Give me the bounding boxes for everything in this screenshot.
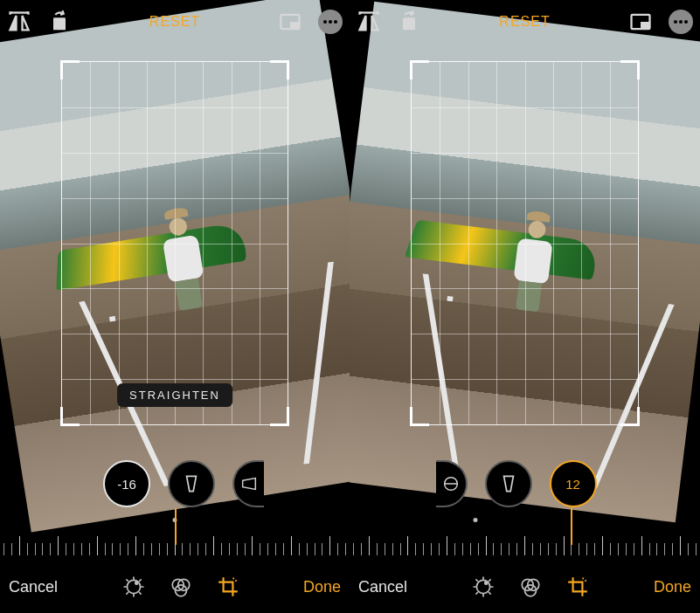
ruler-needle[interactable] (571, 508, 572, 545)
svg-point-3 (323, 20, 327, 24)
crop-handle-br[interactable] (620, 407, 640, 426)
svg-line-34 (476, 593, 478, 595)
crop-handle-tl[interactable] (60, 60, 80, 79)
straighten-dial[interactable] (436, 460, 468, 507)
more-icon[interactable] (669, 10, 693, 34)
adjust-tab-icon[interactable] (472, 575, 495, 598)
filters-tab-icon[interactable] (519, 575, 542, 598)
edit-mode-tabs (472, 575, 589, 598)
cancel-button[interactable]: Cancel (358, 578, 407, 596)
editor-screen-right: RESET 12 Cancel (350, 0, 700, 613)
angle-ruler[interactable]: /*ticks rendered below via template*/ (0, 522, 350, 555)
svg-point-24 (684, 20, 688, 24)
cancel-button[interactable]: Cancel (9, 578, 58, 596)
bottom-toolbar: Cancel Done (0, 561, 350, 613)
angle-ruler[interactable] (350, 522, 700, 555)
horizontal-perspective-dial[interactable] (232, 460, 264, 507)
filters-tab-icon[interactable] (170, 575, 192, 598)
svg-point-4 (329, 20, 332, 24)
ruler-needle[interactable] (175, 508, 177, 545)
svg-point-36 (485, 582, 488, 584)
horizontal-value: 12 (565, 477, 580, 492)
mode-label: STRAIGHTEN (117, 383, 232, 407)
svg-line-13 (126, 593, 128, 595)
svg-rect-19 (403, 17, 415, 30)
aspect-ratio-icon[interactable] (628, 10, 653, 34)
vertical-perspective-dial[interactable] (485, 460, 532, 507)
svg-line-14 (139, 580, 141, 582)
crop-handle-tr[interactable] (620, 60, 640, 79)
straighten-value: -16 (117, 477, 136, 492)
reset-button[interactable]: RESET (499, 14, 550, 29)
crop-handle-bl[interactable] (410, 407, 429, 426)
adjust-tab-icon[interactable] (122, 575, 145, 598)
adjustment-dials: -16 (0, 458, 350, 510)
svg-rect-21 (641, 22, 650, 29)
svg-point-23 (679, 20, 683, 24)
crop-frame[interactable]: STRAIGHTEN (61, 61, 288, 425)
crop-frame[interactable] (411, 61, 639, 425)
top-toolbar: RESET (350, 0, 700, 44)
rotate-icon[interactable] (47, 10, 72, 34)
top-toolbar: RESET (0, 0, 350, 44)
aspect-ratio-icon[interactable] (278, 10, 302, 34)
done-button[interactable]: Done (303, 578, 341, 596)
svg-line-33 (489, 593, 491, 595)
rotate-icon[interactable] (397, 10, 421, 34)
crop-handle-bl[interactable] (60, 407, 80, 426)
crop-tab-icon[interactable] (566, 575, 589, 598)
vertical-perspective-dial[interactable] (168, 460, 215, 507)
svg-line-32 (476, 580, 478, 582)
crop-handle-tr[interactable] (270, 60, 289, 79)
more-icon[interactable] (318, 10, 343, 34)
svg-point-5 (334, 20, 337, 24)
horizontal-perspective-dial[interactable]: 12 (550, 460, 597, 507)
svg-point-15 (135, 582, 137, 584)
adjustment-dials: 12 (350, 458, 700, 510)
editor-screen-left: STRAIGHTEN RESET -16 (0, 0, 350, 613)
svg-line-11 (126, 580, 128, 582)
svg-rect-0 (53, 17, 66, 30)
svg-line-12 (139, 593, 141, 595)
svg-point-22 (674, 20, 677, 24)
crop-handle-tl[interactable] (410, 60, 429, 79)
flip-horizontal-icon[interactable] (7, 10, 31, 34)
crop-handle-br[interactable] (270, 407, 289, 426)
done-button[interactable]: Done (654, 578, 691, 596)
bottom-toolbar: Cancel Done (350, 561, 700, 613)
reset-button[interactable]: RESET (149, 14, 200, 29)
edit-mode-tabs (122, 575, 239, 598)
straighten-dial[interactable]: -16 (103, 460, 150, 507)
flip-horizontal-icon[interactable] (357, 10, 381, 34)
crop-tab-icon[interactable] (217, 575, 239, 598)
svg-line-35 (489, 580, 491, 582)
svg-rect-2 (290, 22, 300, 29)
photo-canvas[interactable] (350, 0, 700, 613)
